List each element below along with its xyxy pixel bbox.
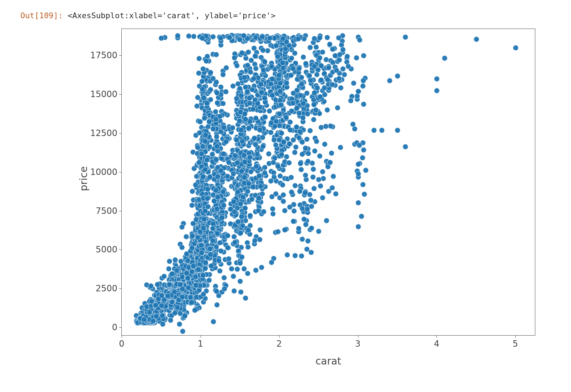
data-point [361, 53, 367, 59]
data-point [316, 228, 322, 234]
data-point [307, 192, 313, 197]
data-point [280, 182, 286, 188]
data-point [296, 226, 302, 231]
data-point [403, 34, 408, 40]
data-point [220, 72, 226, 77]
data-point [320, 49, 325, 55]
data-point [269, 194, 275, 200]
data-point [153, 313, 159, 319]
data-point [165, 293, 171, 299]
data-point [230, 125, 236, 131]
data-point [208, 97, 213, 102]
data-point [158, 35, 164, 41]
data-point [304, 136, 310, 142]
data-point [234, 63, 240, 69]
data-point [334, 67, 339, 73]
data-point [172, 257, 178, 263]
data-point [252, 53, 258, 59]
data-point [166, 266, 172, 272]
data-point [248, 169, 254, 175]
data-point [355, 224, 361, 230]
data-point [214, 100, 220, 106]
y-tick [119, 250, 122, 250]
data-point [280, 36, 286, 41]
data-point [238, 289, 244, 295]
data-point [314, 72, 320, 77]
data-point [327, 160, 333, 165]
data-point [267, 35, 273, 41]
data-point [238, 127, 244, 133]
data-point [254, 151, 260, 157]
data-point [247, 213, 253, 218]
data-point [257, 227, 263, 233]
data-point [351, 80, 357, 86]
data-point [317, 55, 323, 61]
data-point [206, 277, 212, 283]
data-point [196, 267, 201, 272]
data-point [210, 238, 216, 243]
data-point [217, 268, 223, 274]
data-point [434, 88, 440, 94]
data-point [214, 90, 220, 96]
data-point [297, 129, 303, 135]
data-point [169, 271, 175, 277]
data-point [240, 194, 246, 200]
data-point [371, 127, 377, 133]
data-point [240, 223, 246, 228]
y-tick-label: 0 [112, 322, 117, 332]
data-point [222, 286, 227, 292]
data-point [288, 175, 294, 180]
data-point [309, 225, 314, 231]
data-point [333, 191, 339, 197]
data-point [292, 253, 298, 258]
y-axis-label: price [78, 166, 90, 191]
x-tick-label: 0 [119, 339, 124, 349]
data-point [310, 166, 316, 172]
data-point [387, 78, 393, 84]
data-point [266, 151, 272, 157]
data-point [357, 37, 363, 43]
data-point [360, 182, 366, 187]
data-point [216, 258, 222, 263]
data-point [260, 47, 266, 53]
data-point [361, 101, 367, 107]
data-point [284, 252, 290, 258]
y-tick [119, 288, 122, 289]
x-tick [279, 335, 279, 338]
data-point [260, 144, 266, 149]
data-point [345, 64, 351, 69]
data-point [281, 192, 286, 198]
data-point [231, 288, 237, 294]
data-point [269, 64, 274, 69]
data-point [262, 114, 268, 120]
data-point [237, 278, 243, 284]
y-tick-label: 15000 [90, 89, 117, 99]
data-point [246, 227, 251, 233]
data-point [229, 266, 234, 272]
y-tick-label: 7500 [96, 206, 117, 216]
data-point [262, 165, 268, 170]
data-point [270, 211, 276, 217]
data-point [237, 260, 243, 266]
data-point [311, 117, 317, 122]
data-point [160, 321, 166, 327]
data-point [245, 271, 251, 276]
data-point [308, 197, 314, 203]
data-point [179, 245, 185, 250]
data-point [363, 167, 369, 173]
data-point [217, 240, 223, 246]
data-point [360, 83, 366, 89]
data-point [209, 151, 215, 157]
data-point [238, 201, 243, 207]
data-point [299, 253, 304, 259]
data-point [242, 159, 248, 165]
data-point [253, 164, 259, 169]
data-point [335, 105, 340, 111]
data-point [355, 161, 361, 167]
data-point [253, 115, 259, 121]
data-point [277, 80, 283, 86]
data-point [269, 260, 274, 265]
data-point [329, 82, 335, 87]
data-point [189, 300, 194, 305]
data-point [242, 75, 247, 80]
